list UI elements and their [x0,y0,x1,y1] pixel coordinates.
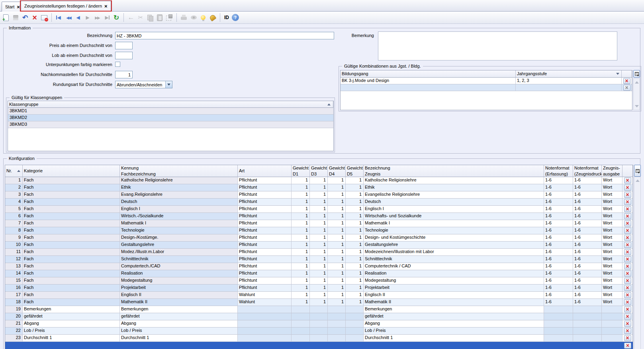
delete-row-button[interactable]: × [624,321,631,327]
nav-rewind-icon[interactable] [64,13,73,22]
klassengruppe-row[interactable]: 3BKMD2 [8,115,333,121]
config-row[interactable]: 22Lob / PreisLob / PreisLob / Preis× [5,328,633,335]
klassengruppe-row[interactable]: 3BKMD1 [8,108,333,115]
kombinationen-scrollbar[interactable] [633,78,640,110]
delete-row-button[interactable]: × [624,299,631,305]
klassengruppe-row[interactable]: 3BKMD3 [8,121,333,128]
column-header-kategorie[interactable]: Kategorie [23,165,120,177]
delete-row-button[interactable]: × [624,306,631,312]
config-row[interactable]: 9FachDesign-/Kostümge.Pflichtunt1111Desi… [5,234,633,242]
config-row[interactable]: 2FachEthikPflichtunt1111Ethik1-61-6Wort× [5,184,633,191]
config-row[interactable]: 5FachEnglisch IPflichtunt1111Englisch I1… [5,206,633,213]
kombination-row[interactable]: BK 3-j.Mode und Design1, 2, 3× [341,78,632,84]
delete-row-button[interactable]: × [624,271,631,277]
delete-row-button[interactable]: × [624,228,631,234]
column-header-d4[interactable]: Gewicht D4 [328,165,346,177]
config-row[interactable]: 7FachMathematik IPflichtunt1111Mathemati… [5,220,633,227]
alert-icon[interactable] [208,13,217,22]
delete-row-button[interactable]: × [624,314,631,320]
column-header-art[interactable]: Art [238,165,292,177]
column-header-bezeichnung[interactable]: Bezeichnung Zeugnis [364,165,544,177]
delete-row-button[interactable]: × [624,249,631,255]
scroll-up-icon[interactable] [635,81,639,84]
delete-icon[interactable] [30,13,39,22]
tab-close-icon[interactable]: × [17,5,20,9]
nav-first-icon[interactable] [55,13,63,22]
delete-row-button[interactable]: × [624,242,631,248]
bemerkung-textarea[interactable] [378,31,617,60]
delete-row-button[interactable]: × [624,213,631,219]
config-row[interactable]: 23Durchschnitt 1Durchschnitt 1Durchschni… [5,335,633,342]
config-row[interactable]: 21AbgangAbgangAbgang× [5,320,633,328]
config-row[interactable]: 19BemerkungenBemerkungenBemerkungen× [5,306,633,313]
column-header-d5[interactable]: Gewicht D5 [346,165,364,177]
delete-row-button[interactable]: × [623,78,630,84]
delete-row-button[interactable]: × [624,199,631,205]
tab-zeugniseinstellungen[interactable]: Zeugniseinstellungen festlegen / ändern … [21,1,111,11]
config-row[interactable]: 8FachTechnologiePflichtunt1111Technologi… [5,227,633,234]
delete-row-button[interactable]: × [624,328,631,334]
column-header-d3[interactable]: Gewicht D3 [310,165,328,177]
cell-empty [328,342,346,349]
delete-row-button[interactable]: × [624,177,631,183]
delete-row-button[interactable]: × [624,343,631,349]
delete-row-button[interactable]: × [624,220,631,226]
column-header-nf_druck[interactable]: Notenformat (Zeugnisdruck) [573,165,602,177]
config-row[interactable]: 18FachMathematik IIWahlunt1111Mathematik… [5,299,633,306]
column-header-d1[interactable]: Gewicht D1 [292,165,310,177]
tab-close-icon[interactable]: × [104,4,108,8]
config-row[interactable]: 17FachEnglisch IIWahlunt1111Englisch II1… [5,292,633,299]
column-header-klassengruppe[interactable]: Klassengruppe [8,101,333,108]
config-row[interactable]: 13FachComputertech./CADPflichtunt1111Com… [5,263,633,270]
config-row[interactable]: 15FachModegestaltungPflichtunt1111Modege… [5,277,633,285]
column-header-ausgabe[interactable]: Zeugnis- ausgabe [602,165,622,177]
config-row[interactable]: 16FachProjektarbeitPflichtunt1111Projekt… [5,285,633,292]
delete-row-button[interactable]: × [624,206,631,212]
delete-row-button[interactable]: × [623,85,630,91]
delete-row-button[interactable]: × [624,285,631,291]
nav-previous-icon[interactable] [74,13,82,22]
delete-row-button[interactable]: × [624,185,631,191]
column-header-nf_erfassung[interactable]: Notenformat (Erfassung) [544,165,573,177]
config-row[interactable]: 11FachModez./Illustr.m.LaborPflichtunt11… [5,249,633,256]
id-button[interactable]: ID [223,13,230,22]
unterpunktungen-checkbox[interactable] [115,62,120,67]
konfiguration-scrollbar[interactable] [634,177,641,349]
scroll-up-icon[interactable] [636,179,640,182]
delete-row-button[interactable]: × [624,292,631,298]
config-row-selected[interactable]: × [5,342,633,349]
config-row[interactable]: 12FachSchnitttechnikPflichtunt1111Schnit… [5,256,633,263]
undo-icon[interactable] [21,13,29,22]
delete-row-button[interactable]: × [624,335,631,341]
nachkommastellen-input[interactable] [115,71,133,78]
rundungsart-select[interactable]: Abrunden/Abschneiden [115,81,172,88]
config-row[interactable]: 10FachGestaltungslehrePflichtunt1111Gest… [5,242,633,249]
refresh-icon[interactable] [112,13,121,22]
preis-input[interactable] [115,42,133,49]
kombination-row[interactable]: × [341,84,632,91]
delete-row-button[interactable]: × [624,256,631,262]
column-header-nr[interactable]: Nr. [5,165,23,177]
delete-row-button[interactable]: × [624,263,631,269]
config-row[interactable]: 4FachDeutschPflichtunt1111Deutsch1-61-6W… [5,199,633,206]
column-chooser-button[interactable] [633,70,640,78]
lob-input[interactable] [115,52,133,59]
column-header-kennung[interactable]: Kennung Fachbezeichnung [120,165,238,177]
config-row[interactable]: 1FachKatholische ReligionslehrePflichtun… [5,177,633,184]
scroll-down-icon[interactable] [635,105,639,107]
column-chooser-button[interactable] [634,165,641,177]
form-remove-icon[interactable] [40,13,49,22]
column-header-jahrgangsstufe[interactable]: Jahrgangsstufe [516,70,622,78]
hint-icon[interactable] [199,13,207,22]
config-row[interactable]: 6FachWirtsch.-/SozialkundePflichtunt1111… [5,213,633,220]
delete-row-button[interactable]: × [624,235,631,241]
delete-row-button[interactable]: × [624,192,631,198]
dropdown-button[interactable] [165,81,172,88]
config-row[interactable]: 20gefährdetgefährdetgefährdet× [5,313,633,320]
delete-row-button[interactable]: × [624,278,631,284]
help-icon[interactable] [231,13,240,22]
config-row[interactable]: 3FachEvang.ReligionslehrePflichtunt1111E… [5,191,633,199]
column-header-bildungsgang[interactable]: Bildungsgang [341,70,516,78]
config-row[interactable]: 14FachRealisationPflichtunt1111Realisati… [5,270,633,277]
new-document-icon[interactable] [2,13,10,22]
